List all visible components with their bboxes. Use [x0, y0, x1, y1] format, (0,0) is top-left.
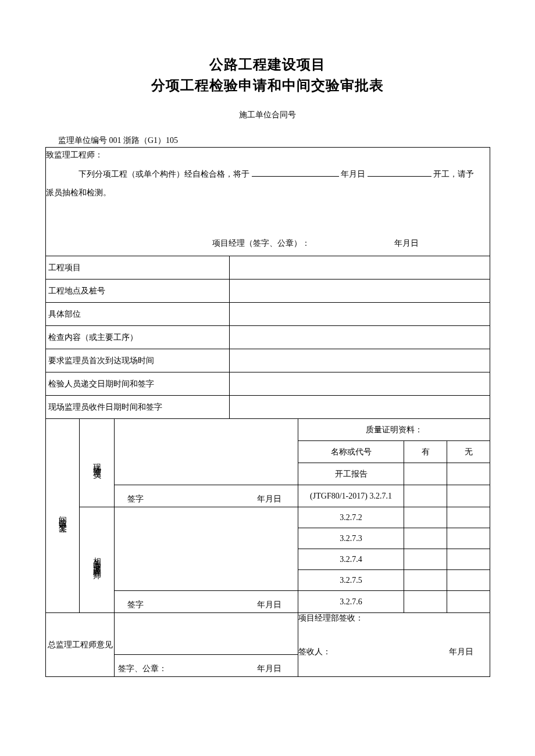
quality-item-2: 相关专业监理工程师 3.2.7.2 — [46, 507, 490, 528]
greeting: 致监理工程师： — [46, 148, 490, 163]
intro-date-label: 年月日 — [341, 170, 365, 178]
intro-suffix: 开工，请予 — [433, 170, 474, 178]
chief-date-label: 年月日 — [257, 664, 281, 674]
receipt-cell: 项目经理部签收： 签收人： 年月日 — [298, 613, 490, 677]
engineer-body[interactable] — [115, 507, 298, 591]
quality-item-4-yes[interactable] — [404, 549, 447, 570]
quality-item-3-name: 3.2.7.3 — [298, 528, 404, 549]
receipt-date-label: 年月日 — [449, 647, 473, 657]
value-location[interactable] — [230, 280, 490, 303]
quality-item-3-no[interactable] — [447, 528, 490, 549]
label-receive-sign: 现场监理员收件日期时间和签字 — [46, 396, 230, 419]
quality-col-name: 名称或代号 — [298, 441, 404, 463]
label-location: 工程地点及桩号 — [46, 280, 230, 303]
label-project: 工程项目 — [46, 256, 230, 280]
row-content: 检查内容（或主要工序） — [46, 326, 490, 349]
quality-item-5-name: 3.2.7.5 — [298, 570, 404, 591]
value-receive-sign[interactable] — [230, 396, 490, 419]
quality-item-2-name: 3.2.7.2 — [298, 507, 404, 528]
approval-group-label: 间验认中交签 — [46, 419, 80, 613]
row-project: 工程项目 — [46, 256, 490, 280]
receipt-header: 项目经理部签收： — [298, 613, 490, 624]
quality-item-6-name: 3.2.7.6 — [298, 591, 404, 613]
blank-date-2[interactable] — [368, 167, 431, 176]
value-content[interactable] — [230, 326, 490, 349]
quality-item-1-no[interactable] — [447, 485, 490, 507]
value-req-time[interactable] — [230, 349, 490, 372]
value-part[interactable] — [230, 303, 490, 326]
quality-col-yes: 有 — [404, 441, 447, 463]
row-location: 工程地点及桩号 — [46, 280, 490, 303]
role-supervisor-text: 现场监理员 — [92, 453, 102, 471]
intro-line2: 派员抽检和检测。 — [46, 185, 490, 201]
engineer-sign-cell: 签字 年月日 — [115, 591, 298, 613]
supervisor-date-label: 年月日 — [257, 494, 281, 504]
engineer-date-label: 年月日 — [257, 600, 281, 610]
quality-header-row: 间验认中交签 现场监理员 质量证明资料： — [46, 419, 490, 441]
quality-header: 质量证明资料： — [298, 419, 490, 441]
quality-item-4-name: 3.2.7.4 — [298, 549, 404, 570]
quality-item-2-no[interactable] — [447, 507, 490, 528]
quality-item-0-no[interactable] — [447, 463, 490, 485]
supervision-unit-number: 监理单位编号 001 浙路（G1）105 — [58, 135, 490, 146]
role-engineer: 相关专业监理工程师 — [80, 507, 115, 613]
quality-item-3-yes[interactable] — [404, 528, 447, 549]
label-content: 检查内容（或主要工序） — [46, 326, 230, 349]
quality-item-1-yes[interactable] — [404, 485, 447, 507]
quality-item-1-name: (JTGF80/1-2017) 3.2.7.1 — [298, 485, 404, 507]
subtitle: 施工单位合同号 — [45, 110, 490, 120]
role-supervisor: 现场监理员 — [80, 419, 115, 507]
row-req-time: 要求监理员首次到达现场时间 — [46, 349, 490, 372]
row-submit-sign: 检验人员递交日期时间和签字 — [46, 372, 490, 396]
quality-item-6-no[interactable] — [447, 591, 490, 613]
label-part: 具体部位 — [46, 303, 230, 326]
chief-row: 总监理工程师意见 项目经理部签收： 签收人： 年月日 — [46, 613, 490, 655]
quality-col-no: 无 — [447, 441, 490, 463]
quality-item-0-yes[interactable] — [404, 463, 447, 485]
value-submit-sign[interactable] — [230, 372, 490, 396]
label-submit-sign: 检验人员递交日期时间和签字 — [46, 372, 230, 396]
quality-item-5-no[interactable] — [447, 570, 490, 591]
quality-item-0-name: 开工报告 — [298, 463, 404, 485]
label-req-time: 要求监理员首次到达现场时间 — [46, 349, 230, 372]
chief-sign-cell: 签字、公章： 年月日 — [115, 655, 298, 677]
supervisor-sign-cell: 签字 年月日 — [115, 485, 298, 507]
pm-sign-row: 项目经理（签字、公章）： 年月日 — [46, 236, 490, 252]
blank-date-1[interactable] — [252, 167, 339, 176]
value-project[interactable] — [230, 256, 490, 280]
title-line-2: 分项工程检验申请和中间交验审批表 — [45, 76, 490, 95]
chief-sign-label: 签字、公章： — [118, 664, 167, 674]
quality-item-5-yes[interactable] — [404, 570, 447, 591]
quality-item-4-no[interactable] — [447, 549, 490, 570]
quality-item-2-yes[interactable] — [404, 507, 447, 528]
intro-row: 致监理工程师： 下列分项工程（或单个构件）经自检合格，将于 年月日 开工，请予 … — [46, 148, 490, 256]
engineer-sign-label: 签字 — [127, 600, 144, 610]
chief-body[interactable] — [115, 613, 298, 655]
page: 公路工程建设项目 分项工程检验申请和中间交验审批表 施工单位合同号 监理单位编号… — [0, 0, 535, 756]
supervisor-body[interactable] — [115, 419, 298, 485]
title-line-1: 公路工程建设项目 — [45, 55, 490, 74]
row-part: 具体部位 — [46, 303, 490, 326]
quality-item-6-yes[interactable] — [404, 591, 447, 613]
main-table: 致监理工程师： 下列分项工程（或单个构件）经自检合格，将于 年月日 开工，请予 … — [45, 147, 490, 677]
pm-sign-label: 项目经理（签字、公章）： — [46, 236, 394, 252]
receipt-signer-label: 签收人： — [298, 647, 331, 657]
intro-paragraph: 下列分项工程（或单个构件）经自检合格，将于 年月日 开工，请予 — [46, 167, 490, 182]
chief-label: 总监理工程师意见 — [46, 613, 115, 677]
approval-group-label-text: 间验认中交签 — [58, 505, 68, 525]
intro-cell: 致监理工程师： 下列分项工程（或单个构件）经自检合格，将于 年月日 开工，请予 … — [46, 148, 490, 256]
role-engineer-text: 相关专业监理工程师 — [92, 546, 102, 571]
pm-date-label: 年月日 — [394, 236, 464, 252]
intro-prefix: 下列分项工程（或单个构件）经自检合格，将于 — [79, 170, 249, 178]
supervisor-sign-label: 签字 — [127, 494, 144, 504]
row-receive-sign: 现场监理员收件日期时间和签字 — [46, 396, 490, 419]
